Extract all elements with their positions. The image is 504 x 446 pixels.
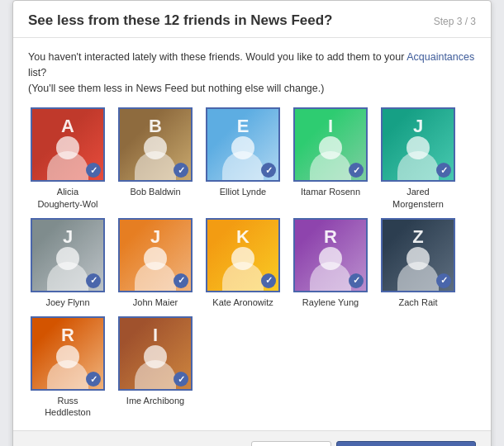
dialog-body: You haven't interacted lately with these…: [13, 38, 491, 430]
friend-name: Kate Aronowitz: [212, 297, 273, 308]
friend-name: Joey Flynn: [45, 297, 89, 308]
avatar-wrapper: R✓: [293, 218, 368, 292]
friend-name: Raylene Yung: [302, 297, 359, 308]
friend-name: Bob Baldwin: [130, 186, 180, 197]
dialog-title: See less from these 12 friends in News F…: [28, 12, 332, 29]
friend-item[interactable]: B✓Bob Baldwin: [116, 107, 195, 210]
friend-name: RussHeddleston: [45, 395, 91, 419]
description: You haven't interacted lately with these…: [28, 50, 476, 96]
friend-item[interactable]: K✓Kate Aronowitz: [203, 218, 283, 308]
avatar-wrapper: B✓: [118, 107, 193, 182]
avatar-wrapper: Z✓: [381, 218, 455, 292]
friend-item[interactable]: R✓Raylene Yung: [291, 218, 370, 308]
friend-name: Itamar Rosenn: [301, 186, 360, 197]
main-dialog: See less from these 12 friends in News F…: [12, 0, 492, 446]
friend-item[interactable]: I✓Itamar Rosenn: [291, 107, 370, 210]
description-text-start: You haven't interacted lately with these…: [28, 51, 407, 63]
no-thanks-button[interactable]: No Thanks: [251, 441, 330, 446]
friend-name: Zach Rait: [398, 297, 437, 308]
check-badge: ✓: [86, 273, 101, 288]
friends-grid: A✓AliciaDougherty-WolB✓Bob BaldwinE✓Elli…: [28, 107, 476, 418]
avatar-wrapper: R✓: [31, 316, 105, 391]
check-badge: ✓: [349, 273, 364, 288]
step-indicator: Step 3 / 3: [434, 16, 476, 27]
avatar-wrapper: J✓: [381, 107, 455, 182]
dialog-header: See less from these 12 friends in News F…: [13, 1, 491, 38]
check-badge: ✓: [436, 273, 451, 288]
friend-name: John Maier: [133, 297, 178, 308]
avatar-wrapper: I✓: [118, 316, 193, 391]
avatar-wrapper: E✓: [206, 107, 280, 182]
friend-item[interactable]: J✓JaredMorgenstern: [378, 107, 458, 210]
avatar-wrapper: I✓: [293, 107, 368, 182]
friend-item[interactable]: E✓Elliot Lynde: [203, 107, 283, 210]
avatar-wrapper: A✓: [31, 107, 105, 182]
friend-item[interactable]: J✓Joey Flynn: [28, 218, 107, 308]
acquaintances-link[interactable]: Acquaintances: [407, 51, 474, 63]
friend-item[interactable]: I✓Ime Archibong: [116, 316, 195, 419]
check-badge: ✓: [174, 273, 188, 288]
friend-name: JaredMorgenstern: [392, 186, 444, 210]
dialog-footer: No Thanks Add To Acquaintances: [13, 430, 491, 446]
friend-item[interactable]: Z✓Zach Rait: [378, 218, 458, 308]
avatar-wrapper: J✓: [118, 218, 193, 292]
friend-name: Ime Archibong: [126, 395, 184, 406]
friend-item[interactable]: J✓John Maier: [116, 218, 195, 308]
friend-name: Elliot Lynde: [220, 186, 266, 197]
avatar-wrapper: K✓: [206, 218, 280, 292]
description-text-end: list?(You'll see them less in News Feed …: [28, 67, 324, 94]
friend-item[interactable]: A✓AliciaDougherty-Wol: [28, 107, 107, 210]
friend-name: AliciaDougherty-Wol: [37, 186, 97, 210]
friend-item[interactable]: R✓RussHeddleston: [28, 316, 107, 419]
add-to-acquaintances-button[interactable]: Add To Acquaintances: [336, 441, 476, 446]
avatar-wrapper: J✓: [31, 218, 105, 292]
check-badge: ✓: [261, 273, 276, 288]
